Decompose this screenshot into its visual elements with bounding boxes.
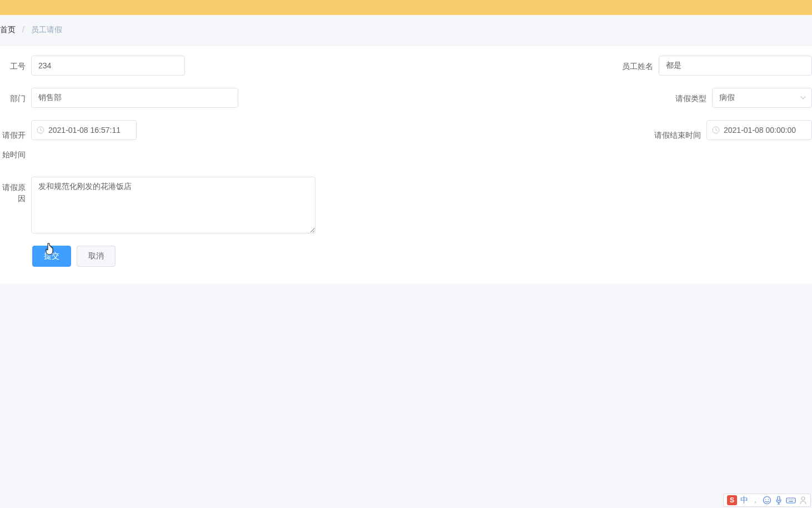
breadcrumb-home[interactable]: 首页 [0, 25, 16, 34]
ime-user-icon[interactable] [799, 496, 807, 505]
svg-point-10 [793, 499, 793, 500]
employee-name-input[interactable] [659, 56, 813, 76]
svg-point-3 [765, 499, 766, 500]
cancel-button[interactable]: 取消 [77, 246, 116, 267]
end-time-input[interactable] [706, 120, 812, 140]
svg-rect-6 [786, 498, 795, 503]
label-leave-type: 请假类型 [238, 88, 712, 104]
ime-lang[interactable]: 中 [740, 495, 748, 505]
ime-emoji-icon[interactable] [763, 496, 771, 505]
ime-logo-icon: S [727, 495, 737, 505]
form-panel: 工号 员工姓名 部门 请假类型 请假开始时间 请假结束时间 [0, 46, 812, 283]
submit-button[interactable]: 提交 [32, 246, 71, 267]
top-banner [0, 0, 812, 15]
leave-type-select[interactable] [712, 88, 812, 108]
ime-toolbar[interactable]: S 中 ， [723, 494, 811, 507]
ime-mic-icon[interactable] [775, 496, 783, 505]
svg-point-7 [788, 499, 788, 500]
svg-point-2 [764, 497, 771, 504]
svg-rect-11 [789, 501, 793, 502]
breadcrumb: 首页 / 员工请假 [0, 15, 812, 46]
breadcrumb-current: 员工请假 [31, 25, 62, 34]
employee-id-input[interactable] [31, 56, 185, 76]
label-employee-id: 工号 [0, 56, 31, 72]
svg-rect-5 [778, 496, 780, 501]
svg-point-4 [768, 499, 769, 500]
breadcrumb-separator: / [22, 25, 24, 34]
label-department: 部门 [0, 88, 31, 104]
department-input[interactable] [31, 88, 238, 108]
label-reason: 请假原因 [0, 177, 31, 204]
start-time-input[interactable] [31, 120, 137, 140]
button-row: 提交 取消 [0, 246, 812, 267]
svg-point-12 [801, 497, 805, 500]
label-employee-name: 员工姓名 [185, 56, 659, 72]
label-end-time: 请假结束时间 [233, 120, 706, 145]
svg-point-8 [789, 499, 790, 500]
ime-keyboard-icon[interactable] [786, 496, 796, 504]
reason-textarea[interactable] [31, 177, 315, 233]
ime-punct[interactable]: ， [751, 495, 759, 505]
label-start-time: 请假开始时间 [0, 120, 31, 165]
svg-point-9 [791, 499, 791, 500]
